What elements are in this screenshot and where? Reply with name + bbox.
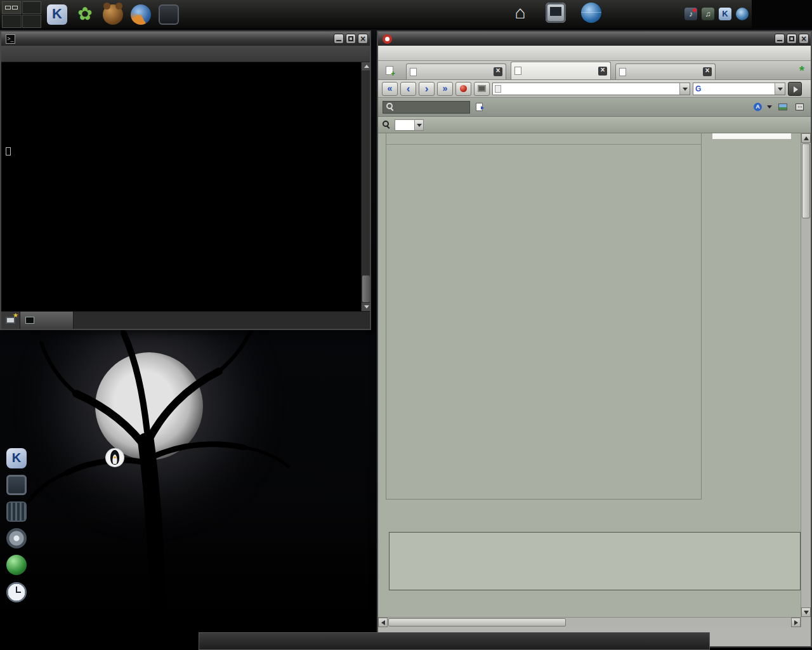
- opera-window-icon[interactable]: [383, 34, 392, 44]
- maximize-button[interactable]: [346, 34, 356, 44]
- konsole-launcher-icon[interactable]: [159, 4, 179, 25]
- ad-column: [625, 535, 735, 536]
- scroll-left-icon[interactable]: [378, 618, 388, 627]
- fit-width-button[interactable]: [796, 103, 806, 110]
- page-icon: [514, 67, 521, 75]
- google-icon: G: [695, 84, 701, 93]
- pager-desktop-1[interactable]: [2, 1, 22, 15]
- opera-zoombar: [378, 117, 811, 133]
- scroll-down-icon[interactable]: [801, 607, 811, 617]
- thumbnail-grid: [386, 133, 702, 500]
- ad-column: [742, 535, 801, 536]
- opera-findbar: A: [378, 98, 811, 117]
- zoom-icon: [383, 121, 391, 129]
- pager-desktop-3[interactable]: [2, 15, 22, 28]
- show-images-button[interactable]: [778, 103, 790, 110]
- panel-clock[interactable]: [752, 0, 812, 29]
- find-input[interactable]: [383, 101, 470, 114]
- tab-deviantart-browse[interactable]: [511, 62, 611, 79]
- sysinfo-disk-row: [5, 528, 214, 548]
- mixer-icon[interactable]: ♫: [702, 8, 714, 20]
- kde-tray-icon[interactable]: K: [719, 8, 731, 20]
- opera-panels-icon[interactable]: *: [796, 64, 808, 77]
- page-icon: [619, 68, 626, 76]
- close-button[interactable]: [358, 34, 368, 44]
- scroll-right-icon[interactable]: [791, 618, 801, 627]
- address-dropdown[interactable]: [679, 83, 690, 95]
- opera-tabbar: *: [378, 61, 811, 80]
- konsole-scrollbar[interactable]: [361, 62, 370, 311]
- reload-button[interactable]: [455, 82, 471, 96]
- disk-icon: [6, 528, 27, 548]
- opera-titlebar[interactable]: [378, 32, 811, 46]
- ram-icon: [6, 501, 27, 522]
- tab-close-icon[interactable]: [703, 67, 712, 76]
- scrollbar-corner: [801, 617, 811, 627]
- tab-close-icon[interactable]: [598, 67, 607, 76]
- rewind-button[interactable]: [382, 82, 398, 96]
- author-mode-dropdown[interactable]: A: [754, 103, 773, 111]
- tab-gallery[interactable]: [406, 63, 506, 79]
- globe-tray-icon[interactable]: [736, 8, 749, 20]
- network-icon: [6, 555, 27, 575]
- new-session-button[interactable]: [1, 312, 20, 329]
- home-icon[interactable]: ⌂: [510, 3, 530, 23]
- zoom-dropdown[interactable]: [395, 119, 424, 131]
- find-next-button[interactable]: [476, 103, 486, 111]
- fit-width-icon: [796, 103, 804, 110]
- address-field[interactable]: [492, 83, 690, 95]
- cpu-icon: [6, 475, 27, 495]
- search-go-button[interactable]: [788, 82, 802, 96]
- chevron-down-icon: [414, 120, 423, 130]
- new-page-icon: [386, 66, 393, 75]
- sysinfo-net-row: [5, 555, 214, 576]
- scroll-down-icon[interactable]: [362, 303, 370, 311]
- maximize-button[interactable]: [787, 34, 797, 44]
- page-icon: [410, 68, 417, 76]
- content-hscrollbar[interactable]: [378, 617, 801, 627]
- display-settings-icon[interactable]: [546, 3, 566, 23]
- terminal[interactable]: [1, 62, 361, 311]
- back-button[interactable]: [400, 82, 416, 96]
- konsole-titlebar[interactable]: >_: [1, 32, 370, 46]
- web-globe-icon[interactable]: [581, 3, 601, 23]
- search-dropdown[interactable]: [775, 83, 785, 95]
- forward-button[interactable]: [419, 82, 435, 96]
- system-tray: ♪ ♫ K: [684, 8, 749, 20]
- page-content: [378, 133, 801, 617]
- pager-desktop-4[interactable]: [22, 15, 42, 28]
- pager-desktop-2[interactable]: [22, 1, 42, 15]
- tab-close-icon[interactable]: [494, 67, 502, 76]
- licq-bear-icon[interactable]: [103, 4, 123, 25]
- konsole-menubar: [1, 46, 370, 62]
- search-icon: [386, 103, 395, 111]
- minimize-button[interactable]: [334, 34, 344, 44]
- scroll-up-icon[interactable]: [801, 133, 811, 143]
- volume-icon[interactable]: ♪: [684, 8, 697, 20]
- konsole-window-icon[interactable]: >_: [6, 34, 15, 44]
- clock-icon: [6, 582, 27, 602]
- close-button[interactable]: [799, 34, 809, 44]
- shell-tab[interactable]: [20, 312, 74, 329]
- new-page-button[interactable]: [381, 63, 402, 78]
- kmenu-icon[interactable]: K: [47, 4, 67, 25]
- gallery-pager: [386, 145, 701, 168]
- content-vscrollbar[interactable]: [801, 133, 811, 617]
- firefox-icon[interactable]: [131, 4, 151, 25]
- scrollbar-thumb[interactable]: [802, 143, 810, 218]
- taskbar: [199, 632, 710, 650]
- kde-logo-icon: K: [6, 448, 27, 468]
- sysinfo-kernel-row: K: [5, 448, 214, 468]
- minimize-button[interactable]: [775, 34, 785, 44]
- scrollbar-thumb[interactable]: [362, 275, 370, 302]
- terminal-cursor: [6, 147, 11, 156]
- scrollbar-thumb[interactable]: [388, 618, 566, 627]
- icq-flower-icon[interactable]: ✿: [75, 4, 95, 25]
- fast-forward-button[interactable]: [437, 82, 453, 96]
- tab-add-screenshot[interactable]: [615, 63, 716, 79]
- terminal-tab-icon: [25, 317, 34, 324]
- scroll-up-icon[interactable]: [362, 62, 370, 70]
- home-button[interactable]: [474, 82, 490, 96]
- panel-middle-icons: ⌂: [506, 3, 605, 23]
- search-field[interactable]: G: [693, 83, 785, 95]
